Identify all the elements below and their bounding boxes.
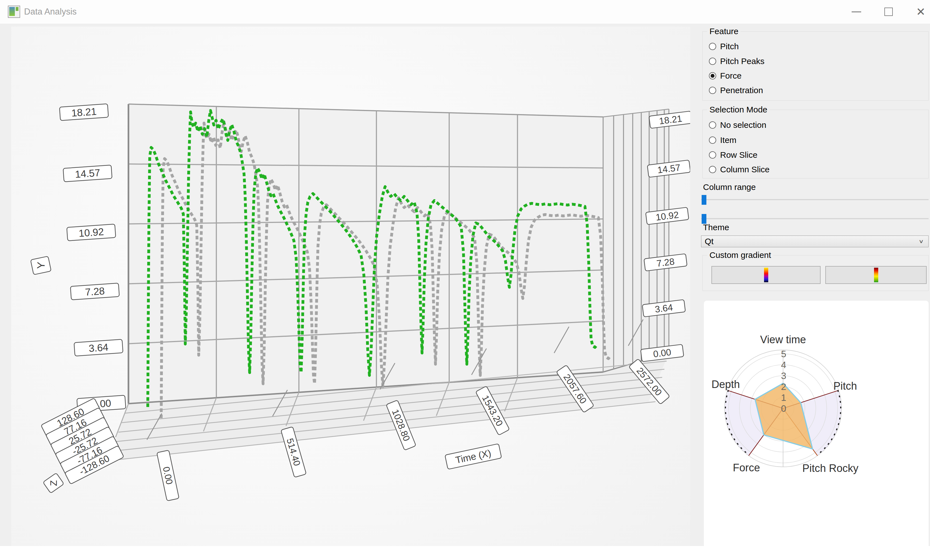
plot-3d-canvas[interactable]: 18.2114.5710.927.283.640.0018.2114.5710.… xyxy=(11,26,690,546)
radio-option-pitch-peaks[interactable]: Pitch Peaks xyxy=(709,56,764,67)
radio-circle-icon xyxy=(709,72,716,80)
feature-group-title: Feature xyxy=(707,26,741,36)
selection-mode-groupbox: Selection Mode No selectionItemRow Slice… xyxy=(702,110,928,178)
column-range-slider-max[interactable] xyxy=(701,214,928,224)
radio-option-label: Force xyxy=(720,71,742,80)
slider-handle[interactable] xyxy=(702,214,707,224)
close-button[interactable]: ✕ xyxy=(907,0,930,23)
slider-groove xyxy=(701,199,928,200)
minimize-button[interactable] xyxy=(842,0,870,23)
app-icon-pane-small xyxy=(16,7,18,11)
app-icon xyxy=(8,6,20,18)
radar-r-tick-label: 3 xyxy=(781,370,787,381)
y-axis-tick-label: 7.28 xyxy=(71,283,120,300)
radio-option-label: No selection xyxy=(720,120,766,130)
radar-chart-card: 012345View timePitchPitch RockyForceDept… xyxy=(704,301,928,555)
radar-r-tick-label: 4 xyxy=(781,360,787,370)
svg-text:3.64: 3.64 xyxy=(88,341,109,354)
radio-option-row-slice[interactable]: Row Slice xyxy=(709,149,757,160)
y-axis-tick-label: 14.57 xyxy=(63,165,112,182)
slider-groove xyxy=(701,218,928,219)
y-axis-title: Y xyxy=(31,256,51,275)
data-analysis-window: { "window": { "title": "Data Analysis", … xyxy=(0,0,930,560)
radar-category-label: Pitch Rocky xyxy=(802,462,859,474)
radio-option-label: Row Slice xyxy=(720,150,757,160)
plot-3d-view[interactable]: 18.2114.5710.927.283.640.0018.2114.5710.… xyxy=(11,26,690,546)
gradient-swatch-1 xyxy=(764,268,768,282)
y-axis-tick-label: 10.92 xyxy=(67,224,116,241)
radar-category-label: Depth xyxy=(711,378,740,390)
theme-combobox[interactable]: Qt ∨ xyxy=(701,235,928,247)
back-wall xyxy=(128,104,603,404)
app-icon-pane xyxy=(9,7,15,16)
y-axis-tick-label: 3.64 xyxy=(74,339,123,356)
y-axis-tick-label: 18.21 xyxy=(60,104,109,120)
svg-text:Z: Z xyxy=(48,480,59,486)
feature-groupbox: Feature PitchPitch PeaksForcePenetration xyxy=(702,31,928,101)
radio-option-label: Penetration xyxy=(720,86,763,95)
chevron-down-icon: ∨ xyxy=(919,238,924,245)
close-icon: ✕ xyxy=(916,6,925,17)
gradient-button-1[interactable] xyxy=(711,266,821,284)
radar-r-tick-label: 2 xyxy=(781,381,787,392)
radio-circle-icon xyxy=(709,137,716,144)
slider-handle[interactable] xyxy=(702,195,707,205)
theme-label: Theme xyxy=(703,223,729,232)
custom-gradient-group-title: Custom gradient xyxy=(707,250,773,260)
radar-category-label: View time xyxy=(760,334,806,345)
radio-option-penetration[interactable]: Penetration xyxy=(709,85,763,96)
custom-gradient-groupbox: Custom gradient xyxy=(702,255,928,291)
column-range-slider-min[interactable] xyxy=(701,195,928,205)
gradient-swatch-2 xyxy=(874,268,878,282)
radio-option-column-slice[interactable]: Column Slice xyxy=(709,164,770,175)
column-range-label: Column range xyxy=(703,182,756,192)
svg-text:7.28: 7.28 xyxy=(656,256,675,269)
radio-circle-icon xyxy=(709,122,716,129)
radar-r-tick-label: 5 xyxy=(781,349,787,359)
radio-option-label: Pitch xyxy=(720,42,739,51)
x-axis-tick-label: 0.00 xyxy=(157,450,179,501)
window-title: Data Analysis xyxy=(24,7,77,17)
title-bar[interactable]: Data Analysis ✕ xyxy=(0,0,930,24)
radar-category-label: Pitch xyxy=(833,380,857,392)
radio-option-no-selection[interactable]: No selection xyxy=(709,120,766,131)
radio-option-pitch[interactable]: Pitch xyxy=(709,41,739,52)
gradient-button-2[interactable] xyxy=(825,266,927,284)
svg-text:3.64: 3.64 xyxy=(654,302,673,315)
svg-text:10.92: 10.92 xyxy=(79,226,105,239)
radio-circle-icon xyxy=(709,43,716,50)
z-axis-title: Z xyxy=(43,473,64,494)
radio-option-label: Item xyxy=(720,135,736,145)
radar-chart: 012345View timePitchPitch RockyForceDept… xyxy=(704,301,928,555)
svg-text:18.21: 18.21 xyxy=(71,106,97,119)
radio-option-label: Column Slice xyxy=(720,165,770,174)
selection-mode-group-title: Selection Mode xyxy=(707,105,770,114)
x-axis-title: Time (X) xyxy=(445,444,502,469)
radar-category-label: Force xyxy=(733,462,760,474)
svg-text:Y: Y xyxy=(35,262,47,269)
radar-r-tick-label: 1 xyxy=(781,392,787,403)
svg-text:7.28: 7.28 xyxy=(85,285,105,298)
restore-button[interactable] xyxy=(875,0,902,23)
minimize-icon xyxy=(851,11,861,12)
radio-option-force[interactable]: Force xyxy=(709,70,742,82)
svg-text:0.00: 0.00 xyxy=(653,347,672,360)
radio-circle-icon xyxy=(709,87,716,94)
radio-option-item[interactable]: Item xyxy=(709,135,736,146)
radio-circle-icon xyxy=(709,166,716,173)
radio-option-label: Pitch Peaks xyxy=(720,57,764,66)
radio-circle-icon xyxy=(709,151,716,158)
restore-icon xyxy=(884,8,893,16)
radio-circle-icon xyxy=(709,58,716,65)
svg-text:14.57: 14.57 xyxy=(75,167,101,180)
radar-r-tick-label: 0 xyxy=(781,403,787,414)
theme-selected-value: Qt xyxy=(705,237,919,246)
